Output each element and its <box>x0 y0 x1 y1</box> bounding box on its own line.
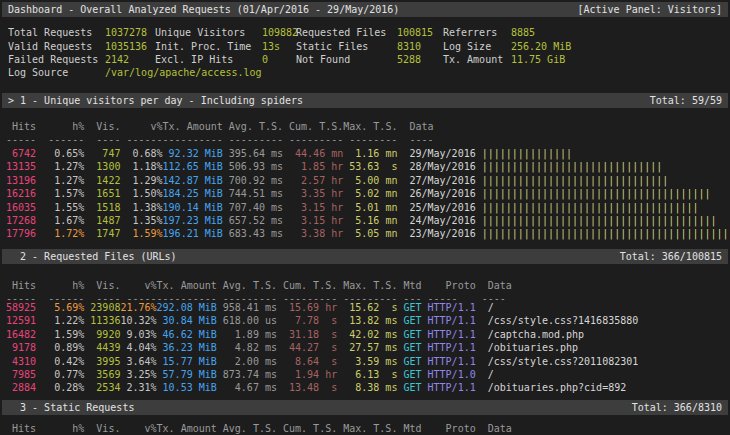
table-row[interactable]: 58925 5.69% 2390821.76%292.08 MiB 958.41… <box>0 301 494 314</box>
summary-value: 13s <box>262 40 280 53</box>
table-row[interactable]: 12591 1.22% 1133610.32% 30.84 MiB 618.00… <box>0 314 638 327</box>
method: GET <box>397 369 421 380</box>
tx-amount: 197.23 MiB <box>163 215 223 226</box>
visitors-percent: 1.59% <box>120 228 162 239</box>
hits-percent: 1.27% <box>36 175 84 186</box>
column-header-cum-ts: Cum. T.S. <box>277 280 337 291</box>
hits: 58925 <box>0 302 36 313</box>
column-header-hits: Hits <box>0 121 36 132</box>
table-row[interactable]: 2884 0.28% 2534 2.31% 10.53 MiB 4.67 ms … <box>0 381 626 394</box>
tx-amount: 184.25 MiB <box>163 188 223 199</box>
table-row[interactable]: 16482 1.59% 9920 9.03% 46.62 MiB 1.89 ms… <box>0 328 584 341</box>
date: 24/May/2016 <box>397 215 475 226</box>
column-header-tx-amount: Tx. Amount <box>157 280 217 291</box>
hits: 16035 <box>0 202 36 213</box>
summary-value: 0 <box>262 53 268 66</box>
table-row[interactable]: 9178 0.89% 4439 4.04% 36.23 MiB 4.82 ms … <box>0 341 578 354</box>
column-header-max-ts: Max. T.S. <box>337 423 397 434</box>
avg-ts: 506.93 ms <box>223 161 283 172</box>
cum-ts: 15.69 hr <box>277 302 337 313</box>
panel-3-header-bar[interactable]: 3 - Static Requests Total: 366/8310 <box>2 400 728 415</box>
avg-ts: 4.82 ms <box>217 342 277 353</box>
summary-label: Valid Requests <box>8 40 92 53</box>
summary-label: Unique Visitors <box>155 26 245 39</box>
panel-3-total: Total: 366/8310 <box>632 400 722 415</box>
panel-1-header-bar[interactable]: > 1 - Unique visitors per day - Includin… <box>2 93 728 108</box>
hits: 16216 <box>0 188 36 199</box>
summary-label: Init. Proc. Time <box>155 40 251 53</box>
panel-1-title: > 1 - Unique visitors per day - Includin… <box>8 93 303 108</box>
column-header-avg-ts: Avg. T.S. <box>217 280 277 291</box>
column-header-date: Data <box>397 121 433 132</box>
table-row[interactable]: 17268 1.67% 1487 1.35%197.23 MiB 657.52 … <box>0 214 717 227</box>
summary-value: 8885 <box>511 26 535 39</box>
summary-label: Requested Files <box>296 26 386 39</box>
date: 25/May/2016 <box>397 202 475 213</box>
protocol: HTTP/1.1 <box>422 302 476 313</box>
hits: 9178 <box>0 342 36 353</box>
tx-amount: 196.21 MiB <box>163 228 223 239</box>
cum-ts: 2.57 hr <box>283 175 343 186</box>
max-ts: 1.16 mn <box>343 148 397 159</box>
table-row[interactable]: 17796 1.72% 1747 1.59%196.21 MiB 683.43 … <box>0 227 729 240</box>
panel-2-total: Total: 366/100815 <box>620 249 722 264</box>
request-url: / <box>476 302 494 313</box>
table-row[interactable]: 13135 1.27% 1300 1.18%112.65 MiB 506.93 … <box>0 160 662 173</box>
column-header-method: Mtd <box>397 423 421 434</box>
summary-label: Excl. IP Hits <box>155 53 233 66</box>
column-header-request-url: Data <box>476 280 512 291</box>
summary-label: Not Found <box>296 53 350 66</box>
avg-ts: 395.64 ms <box>223 148 283 159</box>
summary-label: Referrers <box>443 26 497 39</box>
column-header-cum-ts: Cum. T.S. <box>277 423 337 434</box>
max-ts: 8.38 ms <box>337 382 397 393</box>
table-row[interactable]: 7985 0.77% 3569 3.25% 57.79 MiB 873.74 m… <box>0 368 494 381</box>
table-row[interactable]: 4310 0.42% 3995 3.64% 15.77 MiB 2.00 ms … <box>0 355 638 368</box>
panel-2-header-bar[interactable]: 2 - Requested Files (URLs) Total: 366/10… <box>2 249 728 264</box>
max-ts: 3.59 ms <box>337 356 397 367</box>
max-ts: 6.13 s <box>337 369 397 380</box>
protocol: HTTP/1.1 <box>422 315 476 326</box>
visitors-percent: 1.50% <box>120 188 162 199</box>
max-ts: 5.16 mn <box>343 215 397 226</box>
table-row[interactable]: 6742 0.65% 747 0.68% 92.32 MiB 395.64 ms… <box>0 147 572 160</box>
visitors-percent: 21.76% <box>120 302 156 313</box>
avg-ts: 1.89 ms <box>217 329 277 340</box>
method: GET <box>397 382 421 393</box>
column-header-visitors: Vis. <box>84 423 120 434</box>
hits: 17796 <box>0 228 36 239</box>
tx-amount: 292.08 MiB <box>157 302 217 313</box>
table-row[interactable]: 13196 1.27% 1422 1.29%142.87 MiB 700.92 … <box>0 174 668 187</box>
avg-ts: 4.67 ms <box>217 382 277 393</box>
summary-value: /var/log/apache/access.log <box>105 66 262 79</box>
avg-ts: 707.40 ms <box>223 202 283 213</box>
column-header-max-ts: Max. T.S. <box>343 121 397 132</box>
method: GET <box>397 329 421 340</box>
cum-ts: 3.35 hr <box>283 188 343 199</box>
summary-value: 5288 <box>397 53 421 66</box>
column-header-hits-percent: h% <box>36 423 84 434</box>
date: 23/May/2016 <box>397 228 475 239</box>
tx-amount: 92.32 MiB <box>163 148 223 159</box>
column-header-max-ts: Max. T.S. <box>337 280 397 291</box>
column-header-visitors-percent: v% <box>120 280 156 291</box>
visitors: 3569 <box>84 369 120 380</box>
column-header-avg-ts: Avg. T.S. <box>217 423 277 434</box>
method: GET <box>397 356 421 367</box>
title-bar: Dashboard - Overall Analyzed Requests (0… <box>2 2 728 17</box>
avg-ts: 2.00 ms <box>217 356 277 367</box>
summary-label: Tx. Amount <box>443 53 503 66</box>
method: GET <box>397 315 421 326</box>
protocol: HTTP/1.1 <box>422 329 476 340</box>
column-header-visitors-percent: v% <box>120 423 156 434</box>
tx-amount: 46.62 MiB <box>157 329 217 340</box>
cum-ts: 3.15 hr <box>283 215 343 226</box>
column-header-visitors-percent: v% <box>120 121 162 132</box>
hits-percent: 1.57% <box>36 188 84 199</box>
hits-bar: |||||||||||||||||||||||||||||||||||| <box>476 202 699 213</box>
max-ts: 5.05 mn <box>343 228 397 239</box>
tx-amount: 30.84 MiB <box>157 315 217 326</box>
max-ts: 5.00 mn <box>343 175 397 186</box>
table-row[interactable]: 16035 1.55% 1518 1.38%190.14 MiB 707.40 … <box>0 201 698 214</box>
table-row[interactable]: 16216 1.57% 1651 1.50%184.25 MiB 744.51 … <box>0 187 711 200</box>
